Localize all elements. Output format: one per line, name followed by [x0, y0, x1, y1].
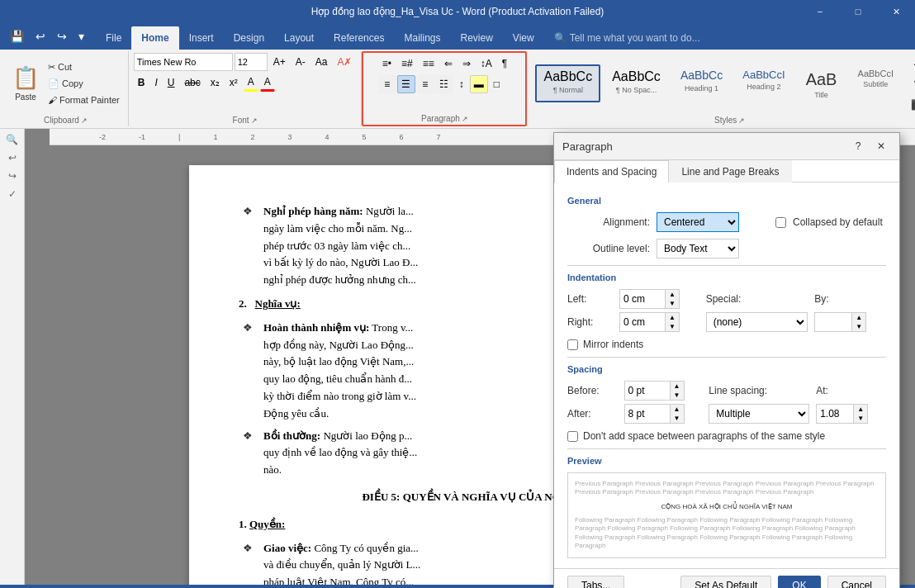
border-btn[interactable]: □ [490, 75, 504, 93]
styles-scroll-up[interactable]: ▲ [907, 53, 915, 71]
bullets-btn[interactable]: ≡• [378, 55, 396, 73]
tab-indents-spacing[interactable]: Indents and Spacing [554, 160, 669, 183]
after-up-btn[interactable]: ▲ [671, 405, 684, 414]
right-down-btn[interactable]: ▼ [666, 322, 679, 331]
after-down-btn[interactable]: ▼ [671, 414, 684, 423]
style-subtitle[interactable]: AaBbCcI Subtitle [850, 64, 902, 102]
tab-line-page-breaks[interactable]: Line and Page Breaks [669, 160, 791, 183]
show-formatting-btn[interactable]: ¶ [498, 55, 511, 73]
outline-level-select[interactable]: Body Text Level 1 Level 2 Level 3 [657, 239, 739, 258]
left-up-btn[interactable]: ▲ [666, 290, 679, 299]
minimize-btn[interactable]: − [801, 0, 839, 23]
cancel-btn[interactable]: Cancel [827, 576, 886, 588]
font-color-btn[interactable]: A [260, 74, 275, 92]
align-right-btn[interactable]: ≡ [416, 75, 434, 93]
paragraph-dialog[interactable]: Paragraph ? ✕ Indents and Spacing Line a… [553, 132, 900, 588]
style-no-spacing[interactable]: AaBbCc ¶ No Spac... [604, 64, 669, 102]
style-normal[interactable]: AaBbCc ¶ Normal [535, 64, 600, 102]
text-highlight-btn[interactable]: A [244, 74, 258, 92]
decrease-font-btn[interactable]: A- [292, 53, 310, 71]
maximize-btn[interactable]: □ [839, 0, 877, 23]
save-btn[interactable]: 💾 [7, 28, 27, 45]
after-input[interactable] [624, 404, 670, 424]
increase-font-btn[interactable]: A+ [269, 53, 290, 71]
align-justify-btn[interactable]: ☷ [435, 75, 453, 93]
before-down-btn[interactable]: ▼ [671, 391, 684, 400]
ok-btn[interactable]: OK [778, 576, 820, 588]
tab-review[interactable]: Review [450, 26, 502, 50]
tab-view[interactable]: View [503, 26, 544, 50]
paragraph-expand-icon[interactable]: ↗ [462, 115, 468, 123]
before-input[interactable] [624, 381, 670, 401]
close-btn[interactable]: ✕ [877, 0, 915, 23]
clear-format-btn[interactable]: A✗ [333, 53, 356, 71]
font-size-input[interactable] [235, 53, 268, 71]
at-down-btn[interactable]: ▼ [854, 414, 867, 423]
by-up-btn[interactable]: ▲ [852, 313, 865, 322]
set-default-btn[interactable]: Set As Default [680, 576, 771, 588]
line-spacing-btn[interactable]: ↕ [455, 75, 468, 93]
left-down-btn[interactable]: ▼ [666, 299, 679, 308]
undo-btn[interactable]: ↩ [32, 28, 49, 45]
sidebar-top-icon[interactable]: 🔍 [4, 132, 20, 147]
dialog-close-btn[interactable]: ✕ [871, 138, 891, 154]
by-down-btn[interactable]: ▼ [852, 322, 865, 331]
style-heading1[interactable]: AaBbCc Heading 1 [672, 64, 731, 102]
collapsed-checkbox[interactable] [775, 217, 786, 228]
tab-home[interactable]: Home [131, 26, 178, 50]
multilevel-btn[interactable]: ≡≡ [419, 55, 439, 73]
dialog-help-btn[interactable]: ? [848, 138, 868, 154]
style-heading2[interactable]: AaBbCcI Heading 2 [734, 64, 793, 102]
cut-btn[interactable]: ✂ Cut [45, 59, 123, 74]
sort-btn[interactable]: ↕A [476, 55, 496, 73]
right-up-btn[interactable]: ▲ [666, 313, 679, 322]
shading-btn[interactable]: ▬ [470, 75, 488, 93]
line-spacing-select[interactable]: Multiple Single 1.5 lines Double At leas… [709, 404, 809, 424]
tab-references[interactable]: References [324, 26, 394, 50]
bold-btn[interactable]: B [134, 74, 149, 92]
sidebar-redo-icon[interactable]: ↪ [7, 168, 18, 183]
font-expand-icon[interactable]: ↗ [251, 116, 258, 125]
left-input[interactable] [619, 289, 665, 309]
before-up-btn[interactable]: ▲ [671, 382, 684, 391]
tab-insert[interactable]: Insert [179, 26, 224, 50]
italic-btn[interactable]: I [150, 74, 161, 92]
tab-layout[interactable]: Layout [274, 26, 324, 50]
tabs-btn[interactable]: Tabs... [567, 576, 624, 588]
styles-scroll-down[interactable]: ▼ [907, 74, 915, 92]
align-center-btn[interactable]: ☰ [397, 75, 415, 93]
format-painter-btn[interactable]: 🖌 Format Painter [45, 92, 123, 107]
increase-indent-btn[interactable]: ⇒ [458, 55, 475, 73]
copy-btn[interactable]: 📄 Copy [45, 76, 123, 91]
decrease-indent-btn[interactable]: ⇐ [440, 55, 457, 73]
mirror-indents-checkbox[interactable] [567, 339, 578, 350]
at-up-btn[interactable]: ▲ [854, 405, 867, 414]
paste-btn[interactable]: 📋 Paste [8, 59, 43, 108]
align-left-btn[interactable]: ≡ [378, 75, 396, 93]
tab-file[interactable]: File [96, 26, 131, 50]
numbering-btn[interactable]: ≡# [397, 55, 417, 73]
at-input[interactable] [816, 404, 853, 424]
change-case-btn[interactable]: Aa [311, 53, 332, 71]
style-title[interactable]: AaB Title [797, 64, 846, 102]
tab-mailings[interactable]: Mailings [394, 26, 450, 50]
styles-expand[interactable]: ⬛ [907, 96, 915, 114]
special-select[interactable]: (none) First line Hanging [706, 312, 808, 332]
tab-tellme[interactable]: 🔍 Tell me what you want to do... [544, 26, 710, 50]
styles-expand-icon[interactable]: ↗ [738, 116, 745, 125]
dont-add-space-checkbox[interactable] [567, 431, 578, 442]
sidebar-undo-icon[interactable]: ↩ [7, 150, 18, 165]
redo-btn[interactable]: ↪ [54, 28, 70, 45]
clipboard-expand-icon[interactable]: ↗ [81, 116, 88, 125]
customize-btn[interactable]: ▾ [75, 28, 88, 45]
underline-btn[interactable]: U [164, 74, 179, 92]
subscript-btn[interactable]: x₂ [206, 74, 224, 92]
strikethrough-btn[interactable]: abc [180, 74, 204, 92]
font-name-input[interactable] [134, 53, 233, 71]
alignment-select[interactable]: Centered Left Right Justified [657, 212, 739, 232]
sidebar-check-icon[interactable]: ✓ [7, 187, 18, 202]
right-input[interactable] [619, 312, 665, 332]
tab-design[interactable]: Design [224, 26, 274, 50]
superscript-btn[interactable]: x² [225, 74, 242, 92]
by-input[interactable] [814, 312, 851, 332]
